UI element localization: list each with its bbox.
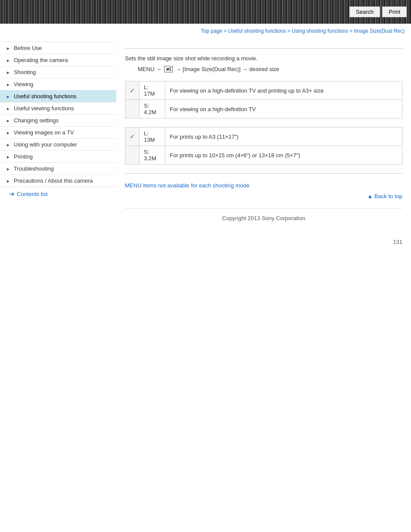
bottom-separator	[125, 173, 402, 174]
menu-items-link[interactable]: MENU items not available for each shooti…	[125, 182, 249, 189]
back-to-top-link[interactable]: ▲ Back to top	[125, 193, 402, 199]
sidebar-item-before-use[interactable]: ► Before Use	[0, 42, 116, 54]
arrow-icon: ►	[6, 167, 10, 171]
sidebar-item-precautions[interactable]: ► Precautions / About this camera	[0, 174, 116, 187]
contents-list-link[interactable]: ➔ Contents list	[0, 187, 116, 201]
contents-link-label: Contents list	[17, 191, 48, 197]
arrow-icon: ►	[6, 46, 10, 50]
sidebar-label: Viewing images on a TV	[14, 129, 74, 136]
size-cell: L: 17M	[140, 81, 165, 100]
arrow-right-icon: ➔	[9, 190, 15, 197]
sidebar-label: Printing	[14, 153, 33, 160]
sidebar-item-useful-shooting[interactable]: ► Useful shooting functions	[0, 90, 116, 102]
check-cell	[125, 100, 140, 118]
search-button[interactable]: Search	[349, 6, 380, 17]
arrow-icon: ►	[6, 155, 10, 159]
sidebar-label: Changing settings	[14, 117, 59, 124]
table-row: S: 3.2M For prints up to 10×15 cm (4×6")…	[125, 146, 402, 165]
checkmark-icon: ✓	[130, 133, 135, 140]
arrow-icon: ►	[6, 118, 10, 123]
checkmark-icon: ✓	[130, 87, 135, 94]
menu-instruction: MENU → ≢1 → [Image Size(Dual Rec)] → des…	[138, 66, 402, 72]
sidebar-item-operating-camera[interactable]: ► Operating the camera	[0, 54, 116, 66]
menu-text2: → [Image Size(Dual Rec)] → desired size	[175, 66, 279, 72]
desc-cell: For prints up to A3 (11×17")	[165, 128, 402, 146]
table-row: S: 4.2M For viewing on a high-definition…	[125, 100, 402, 118]
print-button[interactable]: Print	[382, 6, 407, 17]
breadcrumb: Top page > Useful shooting functions > U…	[0, 24, 411, 37]
sidebar-label: Using with your computer	[14, 141, 77, 148]
size-cell: L: 13M	[140, 128, 165, 146]
check-cell: ✓	[125, 81, 140, 100]
sidebar-item-useful-viewing[interactable]: ► Useful viewing functions	[0, 102, 116, 114]
sidebar-label: Useful viewing functions	[14, 105, 74, 112]
arrow-icon: ►	[6, 82, 10, 87]
arrow-icon: ►	[6, 131, 10, 135]
menu-icon: ≢1	[164, 66, 173, 72]
desc-cell: For viewing on a high-definition TV and …	[165, 81, 402, 100]
sidebar-item-troubleshooting[interactable]: ► Troubleshooting	[0, 162, 116, 174]
sidebar-label: Operating the camera	[14, 57, 68, 63]
page-description: Sets the still image size shot while rec…	[125, 55, 402, 62]
arrow-icon: ►	[6, 143, 10, 147]
sidebar-label: Useful shooting functions	[14, 93, 76, 100]
footer-text: Copyright 2013 Sony Corporation	[125, 208, 402, 226]
arrow-icon: ►	[6, 70, 10, 75]
sidebar-label: Shooting	[14, 69, 36, 75]
sidebar-item-viewing[interactable]: ► Viewing	[0, 78, 116, 90]
main-layout: ► Before Use ► Operating the camera ► Sh…	[0, 37, 411, 234]
check-cell	[125, 146, 140, 165]
sidebar-label: Before Use	[14, 45, 42, 51]
sidebar-label: Viewing	[14, 81, 33, 87]
desc-cell: For prints up to 10×15 cm (4×6") or 13×1…	[165, 146, 402, 165]
check-cell: ✓	[125, 128, 140, 146]
size-cell: S: 3.2M	[140, 146, 165, 165]
arrow-icon: ►	[6, 179, 10, 183]
top-separator	[125, 48, 402, 49]
sidebar-item-using-computer[interactable]: ► Using with your computer	[0, 138, 116, 150]
table-prints: ✓ L: 13M For prints up to A3 (11×17") S:…	[125, 127, 402, 165]
sidebar-item-shooting[interactable]: ► Shooting	[0, 66, 116, 78]
menu-text: MENU →	[138, 66, 162, 72]
sidebar-label: Precautions / About this camera	[14, 177, 93, 184]
sidebar-item-changing-settings[interactable]: ► Changing settings	[0, 114, 116, 126]
breadcrumb-using-shooting[interactable]: Using shooting functions	[292, 28, 348, 34]
sidebar-item-printing[interactable]: ► Printing	[0, 150, 116, 162]
breadcrumb-image-size[interactable]: Image Size(Dual Rec)	[354, 28, 405, 34]
desc-cell: For viewing on a high-definition TV	[165, 100, 402, 118]
sidebar-label: Troubleshooting	[14, 165, 54, 172]
breadcrumb-useful-shooting[interactable]: Useful shooting functions	[228, 28, 286, 34]
breadcrumb-top[interactable]: Top page	[201, 28, 222, 34]
header-bar: Search Print	[0, 0, 411, 24]
content-area: Sets the still image size shot while rec…	[116, 37, 411, 234]
arrow-icon: ►	[6, 58, 10, 62]
table-hd-tv: ✓ L: 17M For viewing on a high-definitio…	[125, 81, 402, 118]
sidebar-item-viewing-tv[interactable]: ► Viewing images on a TV	[0, 126, 116, 138]
arrow-icon: ►	[6, 106, 10, 111]
arrow-icon: ►	[6, 94, 10, 99]
page-number: 131	[0, 234, 411, 249]
sidebar: ► Before Use ► Operating the camera ► Sh…	[0, 37, 116, 234]
size-cell: S: 4.2M	[140, 100, 165, 118]
table-row: ✓ L: 13M For prints up to A3 (11×17")	[125, 128, 402, 146]
table-row: ✓ L: 17M For viewing on a high-definitio…	[125, 81, 402, 100]
